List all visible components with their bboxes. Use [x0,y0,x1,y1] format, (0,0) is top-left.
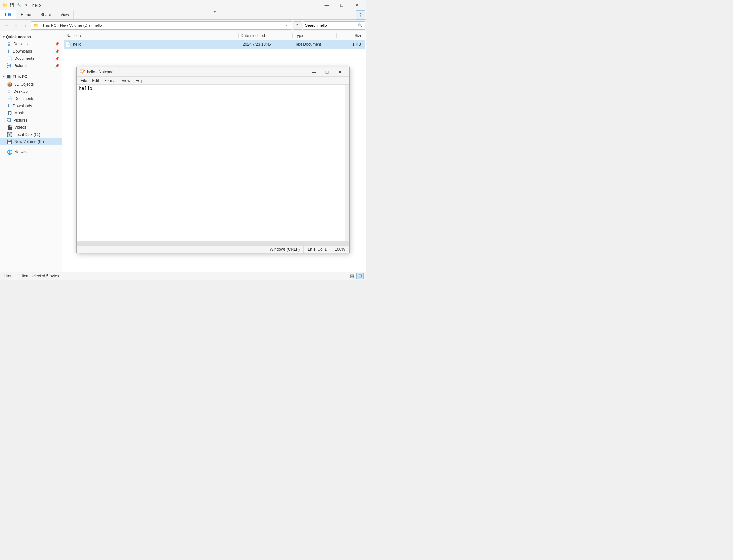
address-folder-icon: 📁 [33,23,39,28]
this-pc-header[interactable]: ▾ 💻 This PC [0,72,62,81]
sidebar-item-desktop[interactable]: 🖥 Desktop [0,88,62,95]
tab-file[interactable]: File [0,10,16,19]
file-size-hello: 1 KB [338,42,364,47]
selected-info: 1 item selected 5 bytes [19,274,59,278]
notepad-icon: 📝 [79,69,85,74]
quick-access-properties-btn[interactable]: 🔧 [16,2,23,8]
sidebar-item-desktop-pinned[interactable]: 🖥 Desktop 📌 [0,41,62,48]
pin-icon-pictures: 📌 [55,64,59,68]
address-this-pc[interactable]: This PC [42,23,57,28]
this-pc-chevron: ▾ [3,75,5,78]
col-header-size[interactable]: Size [338,33,364,38]
title-bar: 📁 💾 🔧 ▾ hello — □ ✕ [0,0,366,10]
address-hello[interactable]: hello [93,23,102,28]
notepad-menu-file[interactable]: File [78,77,90,84]
file-row-hello[interactable]: 📄 hello 2024/7/23 13:45 Text Document 1 … [64,40,365,49]
newvolume-icon: 💾 [7,139,12,144]
address-dropdown-icon[interactable]: ▾ [284,22,290,29]
up-button[interactable]: ↑ [21,21,30,30]
title-bar-folder-icon: 📁 [2,3,8,8]
sort-arrow: ▲ [79,34,82,38]
sidebar-item-network[interactable]: 🌐 Network [0,148,62,156]
ribbon-tabs: File Home Share View ▾ ? [0,10,366,19]
notepad-menu-edit[interactable]: Edit [90,77,102,84]
notepad-scrollbar-h[interactable] [77,241,349,245]
large-icon-view-btn[interactable]: ⊞ [357,273,364,279]
search-box[interactable]: 🔍 [303,21,365,30]
sidebar-divider-1 [0,71,62,71]
sidebar-item-downloads-pinned[interactable]: ⬇ Downloads 📌 [0,48,62,55]
col-header-name[interactable]: Name ▲ [65,33,238,38]
file-name-hello: hello [73,42,243,47]
ribbon-expand-icon[interactable]: ▾ [214,10,216,19]
sidebar-documents2-label: Documents [14,96,34,101]
details-view-btn[interactable]: ▤ [349,273,356,279]
notepad-text-area[interactable]: hello [77,85,345,241]
sidebar-network-label: Network [14,150,29,154]
notepad-menu-view[interactable]: View [119,77,133,84]
refresh-button[interactable]: ↻ [293,21,302,30]
notepad-scrollbar-v[interactable] [345,85,349,241]
col-divider-3 [337,33,337,38]
sidebar: ▾ Quick access 🖥 Desktop 📌 ⬇ Downloads 📌… [0,31,62,272]
tab-home[interactable]: Home [16,10,36,19]
sidebar-pictures2-label: Pictures [13,118,27,123]
desktop2-icon: 🖥 [7,89,11,94]
sidebar-item-documents[interactable]: 📄 Documents [0,95,62,102]
notepad-menu-format[interactable]: Format [102,77,119,84]
sidebar-item-local-disk[interactable]: 💽 Local Disk (C:) [0,131,62,138]
sidebar-item-3dobjects[interactable]: 📦 3D Objects [0,81,62,88]
close-button[interactable]: ✕ [349,0,364,10]
address-new-volume[interactable]: New Volume (D:) [60,23,90,28]
sidebar-item-documents-pinned[interactable]: 📄 Documents 📌 [0,55,62,62]
videos-icon: 🎬 [7,125,12,130]
sidebar-newvolume-label: New Volume (D:) [14,140,44,144]
search-input[interactable] [305,23,358,28]
view-switcher: ▤ ⊞ [349,273,364,279]
col-divider-2 [292,33,293,38]
sidebar-desktop2-label: Desktop [13,89,28,94]
ribbon: File Home Share View ▾ ? [0,10,366,20]
sidebar-documents-label: Documents [14,56,34,61]
pictures-icon: 🖼 [7,63,11,68]
forward-button[interactable]: → [11,21,21,30]
sidebar-item-pictures-pinned[interactable]: 🖼 Pictures 📌 [0,62,62,69]
sidebar-item-pictures[interactable]: 🖼 Pictures [0,117,62,124]
tab-share[interactable]: Share [36,10,56,19]
file-icon-hello: 📄 [65,41,71,47]
sidebar-item-new-volume[interactable]: 💾 New Volume (D:) [0,138,62,145]
sidebar-desktop-label: Desktop [13,42,28,46]
help-button[interactable]: ? [356,10,365,20]
localdisk-icon: 💽 [7,132,12,137]
notepad-menu-help[interactable]: Help [133,77,146,84]
notepad-minimize-btn[interactable]: — [308,67,321,77]
quick-access-dropdown-btn[interactable]: ▾ [23,2,30,8]
quick-access-header[interactable]: ▾ Quick access [0,33,62,41]
notepad-scrollbar-h-container [77,241,349,245]
sidebar-item-videos[interactable]: 🎬 Videos [0,124,62,131]
tab-view[interactable]: View [56,10,74,19]
this-pc-icon: 💻 [6,74,11,79]
back-button[interactable]: ← [2,21,11,30]
sidebar-item-downloads[interactable]: ⬇ Downloads [0,102,62,109]
notepad-cursor-pos: Ln 1, Col 1 [304,246,331,253]
sidebar-item-music[interactable]: 🎵 Music [0,109,62,117]
network-icon: 🌐 [7,149,12,155]
maximize-button[interactable]: □ [334,0,349,10]
nav-bar: ← → ↑ 📁 › This PC › New Volume (D:) › he… [0,20,366,31]
col-header-date[interactable]: Date modified [240,33,292,38]
col-header-type[interactable]: Type [293,33,336,38]
search-icon: 🔍 [358,23,363,28]
sidebar-downloads2-label: Downloads [13,104,32,108]
notepad-maximize-btn[interactable]: □ [321,67,334,77]
status-bar: 1 item 1 item selected 5 bytes ▤ ⊞ [0,272,366,280]
sidebar-3dobjects-label: 3D Objects [14,82,34,87]
quick-access-chevron: ▾ [3,35,5,39]
quick-access-save-btn[interactable]: 💾 [9,2,15,8]
minimize-button[interactable]: — [319,0,334,10]
notepad-editor: hello [77,85,349,241]
sidebar-music-label: Music [14,111,25,115]
address-bar[interactable]: 📁 › This PC › New Volume (D:) › hello ▾ [31,21,292,30]
notepad-close-btn[interactable]: ✕ [334,67,347,77]
desktop-icon: 🖥 [7,41,11,47]
